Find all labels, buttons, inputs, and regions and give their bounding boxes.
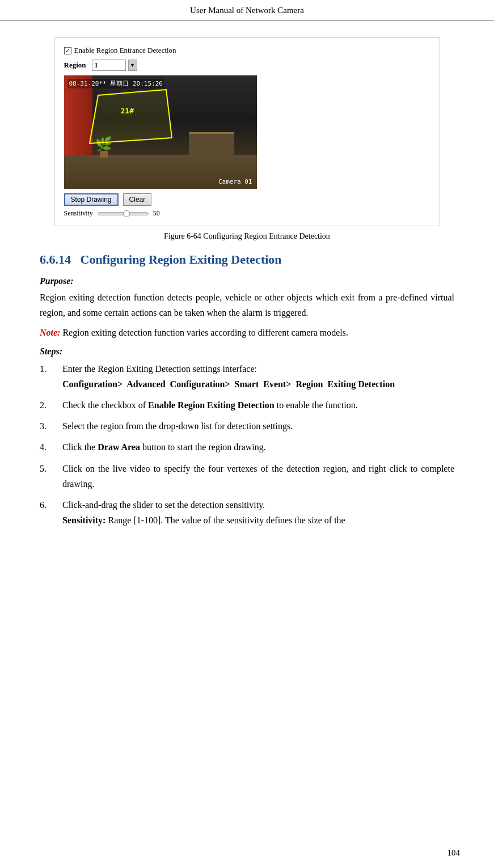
camera-label: Camera 01 <box>218 178 252 185</box>
section-number: 6.6.14 <box>40 252 71 266</box>
sensitivity-label: Sensitivity <box>64 209 93 218</box>
checkbox-label: Enable Region Entrance Detection <box>74 46 176 55</box>
step-3-text: Select the region from the drop-down lis… <box>62 421 293 431</box>
step-3: 3. Select the region from the drop-down … <box>40 418 454 434</box>
sensitivity-slider[interactable] <box>98 212 149 215</box>
step-3-num: 3. <box>40 418 56 434</box>
region-select[interactable]: 1 ▼ <box>92 60 137 71</box>
step-5-text: Click on the live video to specify the f… <box>62 464 454 489</box>
step-4-before: Click the <box>62 442 98 452</box>
enable-checkbox[interactable]: ✓ <box>64 47 71 54</box>
step-6-num: 6. <box>40 497 56 528</box>
step-1-path: Configuration> Advanced Configuration> S… <box>62 379 395 389</box>
step-1: 1. Enter the Region Exiting Detection se… <box>40 361 454 392</box>
step-1-num: 1. <box>40 361 56 392</box>
region-label: Region <box>64 61 86 70</box>
header-title: User Manual of Network Camera <box>190 6 304 15</box>
region-number: 21# <box>121 107 134 115</box>
step-1-content: Enter the Region Exiting Detection setti… <box>62 361 454 392</box>
step-5-content: Click on the live video to specify the f… <box>62 461 454 492</box>
cam-desk <box>189 132 234 160</box>
figure-checkbox-row: ✓ Enable Region Entrance Detection <box>64 46 430 55</box>
slider-thumb <box>123 210 130 217</box>
buttons-row: Stop Drawing Clear <box>64 193 430 206</box>
region-dropdown-arrow[interactable]: ▼ <box>128 60 137 71</box>
sensitivity-row: Sensitivity 50 <box>64 209 430 218</box>
step-4-content: Click the Draw Area button to start the … <box>62 439 454 455</box>
clear-button[interactable]: Clear <box>123 193 152 206</box>
step-6-text: Click-and-drag the slider to set the det… <box>62 500 265 510</box>
sensitivity-subline-label: Sensitivity: <box>62 515 105 525</box>
figure-caption: Figure 6-64 Configuring Region Entrance … <box>40 232 454 241</box>
stop-drawing-button[interactable]: Stop Drawing <box>64 193 119 206</box>
note-label: Note: <box>40 328 60 337</box>
step-5: 5. Click on the live video to specify th… <box>40 461 454 492</box>
svg-marker-0 <box>90 90 172 143</box>
region-polygon <box>81 87 195 160</box>
camera-feed: 🌿 21# 08-31-20** 星期日 20:15:26 Camera 01 <box>64 75 257 189</box>
sensitivity-value: 50 <box>153 209 160 218</box>
step-1-text: Enter the Region Exiting Detection setti… <box>62 364 257 374</box>
page-header: User Manual of Network Camera <box>0 0 494 20</box>
steps-list: 1. Enter the Region Exiting Detection se… <box>40 361 454 528</box>
page-number: 104 <box>447 848 461 858</box>
steps-label: Steps: <box>40 346 454 357</box>
step-3-content: Select the region from the drop-down lis… <box>62 418 454 434</box>
step-2-num: 2. <box>40 397 56 413</box>
step-4: 4. Click the Draw Area button to start t… <box>40 439 454 455</box>
sensitivity-subline-text: Range [1-100]. The value of the sensitiv… <box>105 515 345 525</box>
section-title: Configuring Region Exiting Detection <box>81 252 282 266</box>
step-2-before: Check the checkbox of <box>62 400 148 410</box>
step-2-content: Check the checkbox of Enable Region Exit… <box>62 397 454 413</box>
step-6-content: Click-and-drag the slider to set the det… <box>62 497 454 528</box>
step-5-num: 5. <box>40 461 56 492</box>
region-value: 1 <box>92 60 126 71</box>
step-4-num: 4. <box>40 439 56 455</box>
note-text: Region exiting detection function varies… <box>62 328 348 337</box>
purpose-label: Purpose: <box>40 276 454 286</box>
step-4-bold: Draw Area <box>98 442 140 452</box>
step-4-after: button to start the region drawing. <box>140 442 266 452</box>
camera-timestamp: 08-31-20** 星期日 20:15:26 <box>67 79 164 88</box>
figure-box: ✓ Enable Region Entrance Detection Regio… <box>54 37 440 226</box>
figure-region-row: Region 1 ▼ <box>64 60 430 71</box>
note-line: Note: Region exiting detection function … <box>40 325 454 340</box>
step-2-bold: Enable Region Exiting Detection <box>148 400 275 410</box>
step-2-after: to enable the function. <box>275 400 358 410</box>
purpose-body: Region exiting detection function detect… <box>40 290 454 320</box>
step-6: 6. Click-and-drag the slider to set the … <box>40 497 454 528</box>
page-content: ✓ Enable Region Entrance Detection Regio… <box>0 20 494 556</box>
section-heading: 6.6.14 Configuring Region Exiting Detect… <box>40 252 454 267</box>
step-2: 2. Check the checkbox of Enable Region E… <box>40 397 454 413</box>
